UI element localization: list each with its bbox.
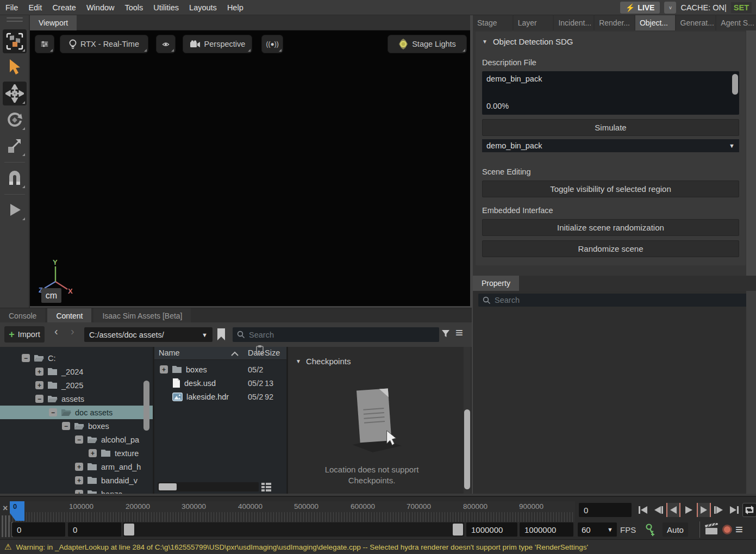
tree-item-bandaid[interactable]: + bandaid_v	[0, 474, 153, 487]
collapse-icon[interactable]: −	[62, 422, 70, 430]
render-settings-button[interactable]: ((●))	[261, 35, 283, 53]
menu-tools[interactable]: Tools	[124, 3, 143, 12]
tree-scrollbar[interactable]	[143, 381, 149, 431]
column-name[interactable]: Name	[159, 348, 180, 357]
nav-back-button[interactable]: ‹	[54, 325, 58, 338]
duration-field[interactable]: 1000000	[520, 522, 573, 537]
viewport-settings-button[interactable]	[35, 35, 54, 53]
tree-item-alcohol[interactable]: − alcohol_pa	[0, 433, 153, 446]
renderer-selector[interactable]: RTX - Real-Time	[60, 35, 148, 53]
expand-icon[interactable]: +	[35, 381, 43, 389]
scale-tool[interactable]	[3, 134, 27, 158]
play-backward-button[interactable]	[666, 503, 680, 517]
skip-to-start-button[interactable]	[636, 503, 650, 517]
textarea-scrollbar[interactable]	[732, 74, 738, 95]
scrollbar-thumb[interactable]	[159, 483, 177, 490]
live-button[interactable]: ⚡ LIVE	[620, 2, 660, 14]
tree-item-drive[interactable]: − C:	[0, 351, 153, 365]
checkpoints-scrollbar[interactable]	[464, 347, 471, 495]
import-button[interactable]: + Import	[4, 326, 45, 343]
live-dropdown-button[interactable]: v	[664, 2, 676, 14]
start-frame-field[interactable]: 0	[12, 522, 65, 537]
column-size[interactable]: Size	[265, 348, 280, 357]
record-button[interactable]	[722, 525, 732, 534]
auto-key-toggle[interactable]: Auto	[663, 522, 688, 537]
snap-tool[interactable]	[3, 166, 27, 190]
tab-incident[interactable]: Incident...	[554, 15, 593, 30]
right-panel-scrollbar[interactable]	[746, 30, 756, 276]
loop-start-field[interactable]: 0	[68, 522, 121, 537]
timeline-menu-icon[interactable]: ≡	[735, 524, 743, 536]
tree-item-doc-assets[interactable]: − doc assets	[0, 406, 153, 419]
play-forward-button[interactable]	[697, 503, 711, 517]
expand-icon[interactable]: +	[160, 365, 168, 374]
timeline-ruler[interactable]: 100000 200000 300000 400000 500000 60000…	[10, 501, 575, 522]
tab-object-detection[interactable]: Object...	[635, 15, 675, 30]
view-options-icon[interactable]: ≡	[455, 325, 463, 340]
filter-icon[interactable]	[441, 329, 450, 338]
select-tool[interactable]	[3, 55, 27, 79]
tree-item-2024[interactable]: + _2024	[0, 365, 153, 378]
randomize-scene-button[interactable]: Randomize scene	[482, 240, 739, 257]
property-scrollbar[interactable]	[746, 291, 756, 495]
path-dropdown[interactable]: C:/assets/doc assets/ ▼	[84, 327, 213, 342]
expand-icon[interactable]: +	[89, 449, 97, 457]
property-search[interactable]	[478, 294, 751, 307]
scrollbar-thumb[interactable]	[464, 409, 470, 489]
collapse-icon[interactable]: −	[35, 395, 43, 403]
tab-viewport[interactable]: Viewport	[30, 15, 77, 30]
toolbar-grip[interactable]	[7, 21, 23, 22]
collapse-icon[interactable]: −	[75, 435, 83, 444]
menu-layouts[interactable]: Layouts	[189, 3, 217, 12]
play-tool[interactable]	[3, 198, 27, 222]
auto-key-icon[interactable]	[645, 523, 655, 536]
tab-render[interactable]: Render...	[595, 15, 634, 30]
play-button[interactable]	[682, 503, 696, 517]
collapse-icon[interactable]: −	[22, 354, 30, 362]
timeline-range-slider[interactable]	[123, 522, 464, 537]
list-view-toggle-icon[interactable]	[261, 482, 272, 491]
tab-isaac-sim-assets[interactable]: Isaac Sim Assets [Beta]	[93, 308, 191, 323]
tree-item-2025[interactable]: + _2025	[0, 378, 153, 392]
toolbar-grip[interactable]	[7, 17, 23, 18]
horizontal-scrollbar[interactable]	[158, 482, 259, 491]
menu-help[interactable]: Help	[227, 3, 243, 12]
set-button[interactable]: SET	[731, 2, 752, 13]
file-row-boxes[interactable]: + boxes 05/2	[154, 363, 286, 376]
menu-window[interactable]: Window	[86, 3, 115, 12]
camera-selector[interactable]: Perspective	[183, 35, 252, 53]
move-tool[interactable]	[3, 82, 27, 105]
tab-generation[interactable]: Generat...	[676, 15, 716, 30]
collapse-icon[interactable]: −	[49, 408, 57, 416]
tree-item-texture[interactable]: + texture	[0, 446, 153, 460]
expand-icon[interactable]: +	[75, 463, 83, 471]
tab-stage[interactable]: Stage	[473, 15, 513, 30]
tab-property[interactable]: Property	[473, 276, 519, 291]
tree-item-boxes[interactable]: − boxes	[0, 419, 153, 433]
content-search[interactable]	[233, 327, 439, 342]
range-start-handle[interactable]	[124, 524, 134, 536]
description-file-field[interactable]: demo_bin_pack 0.00%	[482, 71, 739, 115]
bookmark-icon[interactable]	[217, 328, 226, 341]
property-search-input[interactable]	[495, 296, 746, 304]
tree-item-arm-and[interactable]: + arm_and_h	[0, 460, 153, 474]
expand-icon[interactable]: +	[35, 368, 43, 376]
menu-utilities[interactable]: Utilities	[153, 3, 179, 12]
step-back-button[interactable]	[651, 503, 665, 517]
tab-layer[interactable]: Layer	[514, 15, 553, 30]
clapperboard-icon[interactable]	[705, 523, 719, 535]
initialize-randomization-button[interactable]: Initialize scene randomization	[482, 219, 739, 236]
rotate-tool[interactable]	[3, 108, 27, 132]
file-row-lakeside[interactable]: lakeside.hdr 05/2 92	[154, 390, 286, 403]
stage-lights-button[interactable]: Stage Lights	[388, 35, 467, 53]
skip-to-end-button[interactable]	[727, 503, 741, 517]
tree-item-assets[interactable]: − assets	[0, 392, 153, 406]
units-badge[interactable]: cm	[41, 288, 61, 303]
sort-ascending-icon[interactable]	[231, 351, 239, 356]
expand-icon[interactable]: +	[75, 476, 83, 484]
preset-dropdown[interactable]: demo_bin_pack ▼	[482, 139, 739, 152]
visibility-button[interactable]	[156, 35, 176, 53]
selection-mode-tool[interactable]	[3, 29, 27, 53]
loop-toggle-button[interactable]	[742, 503, 756, 517]
toggle-visibility-button[interactable]: Toggle visibility of selected region	[482, 180, 739, 197]
